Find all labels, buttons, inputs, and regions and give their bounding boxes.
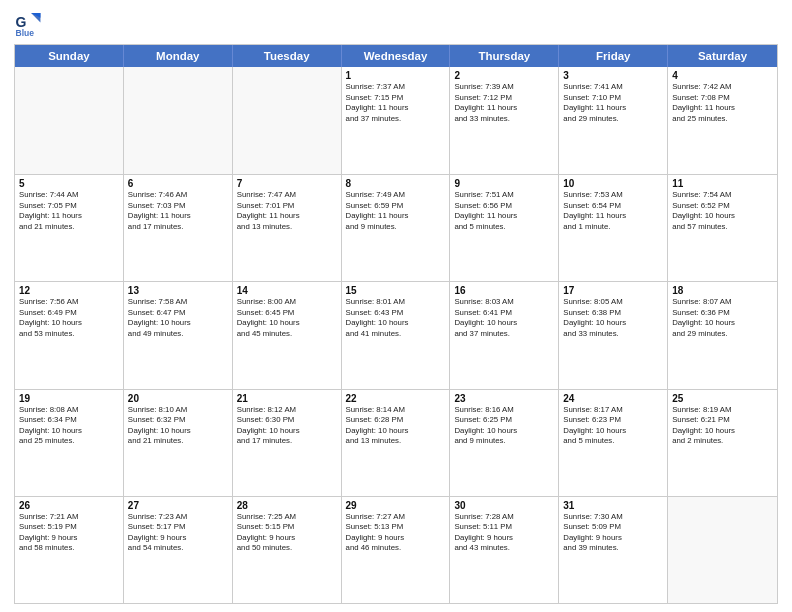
calendar-cell xyxy=(124,67,233,174)
day-number: 29 xyxy=(346,500,446,511)
calendar-body: 1Sunrise: 7:37 AMSunset: 7:15 PMDaylight… xyxy=(15,67,777,603)
day-number: 18 xyxy=(672,285,773,296)
day-number: 10 xyxy=(563,178,663,189)
day-number: 13 xyxy=(128,285,228,296)
calendar-cell: 27Sunrise: 7:23 AMSunset: 5:17 PMDayligh… xyxy=(124,497,233,603)
calendar-cell: 16Sunrise: 8:03 AMSunset: 6:41 PMDayligh… xyxy=(450,282,559,388)
calendar-cell: 6Sunrise: 7:46 AMSunset: 7:03 PMDaylight… xyxy=(124,175,233,281)
cell-info: Sunrise: 7:30 AMSunset: 5:09 PMDaylight:… xyxy=(563,512,663,554)
calendar-cell: 4Sunrise: 7:42 AMSunset: 7:08 PMDaylight… xyxy=(668,67,777,174)
calendar-cell: 25Sunrise: 8:19 AMSunset: 6:21 PMDayligh… xyxy=(668,390,777,496)
header-day-sunday: Sunday xyxy=(15,45,124,67)
calendar-cell xyxy=(15,67,124,174)
page: G Blue SundayMondayTuesdayWednesdayThurs… xyxy=(0,0,792,612)
calendar-cell xyxy=(668,497,777,603)
day-number: 26 xyxy=(19,500,119,511)
cell-info: Sunrise: 7:51 AMSunset: 6:56 PMDaylight:… xyxy=(454,190,554,232)
cell-info: Sunrise: 8:10 AMSunset: 6:32 PMDaylight:… xyxy=(128,405,228,447)
day-number: 3 xyxy=(563,70,663,81)
day-number: 21 xyxy=(237,393,337,404)
calendar-cell: 28Sunrise: 7:25 AMSunset: 5:15 PMDayligh… xyxy=(233,497,342,603)
calendar-row-3: 19Sunrise: 8:08 AMSunset: 6:34 PMDayligh… xyxy=(15,389,777,496)
day-number: 22 xyxy=(346,393,446,404)
svg-text:Blue: Blue xyxy=(16,28,35,38)
calendar-cell: 5Sunrise: 7:44 AMSunset: 7:05 PMDaylight… xyxy=(15,175,124,281)
calendar-cell: 22Sunrise: 8:14 AMSunset: 6:28 PMDayligh… xyxy=(342,390,451,496)
cell-info: Sunrise: 7:21 AMSunset: 5:19 PMDaylight:… xyxy=(19,512,119,554)
cell-info: Sunrise: 8:03 AMSunset: 6:41 PMDaylight:… xyxy=(454,297,554,339)
cell-info: Sunrise: 7:47 AMSunset: 7:01 PMDaylight:… xyxy=(237,190,337,232)
cell-info: Sunrise: 7:58 AMSunset: 6:47 PMDaylight:… xyxy=(128,297,228,339)
calendar-cell: 3Sunrise: 7:41 AMSunset: 7:10 PMDaylight… xyxy=(559,67,668,174)
day-number: 6 xyxy=(128,178,228,189)
day-number: 14 xyxy=(237,285,337,296)
cell-info: Sunrise: 7:53 AMSunset: 6:54 PMDaylight:… xyxy=(563,190,663,232)
cell-info: Sunrise: 7:25 AMSunset: 5:15 PMDaylight:… xyxy=(237,512,337,554)
day-number: 4 xyxy=(672,70,773,81)
cell-info: Sunrise: 7:56 AMSunset: 6:49 PMDaylight:… xyxy=(19,297,119,339)
cell-info: Sunrise: 7:27 AMSunset: 5:13 PMDaylight:… xyxy=(346,512,446,554)
day-number: 5 xyxy=(19,178,119,189)
header-day-tuesday: Tuesday xyxy=(233,45,342,67)
day-number: 11 xyxy=(672,178,773,189)
logo-icon: G Blue xyxy=(14,10,42,38)
calendar-cell: 14Sunrise: 8:00 AMSunset: 6:45 PMDayligh… xyxy=(233,282,342,388)
calendar-header: SundayMondayTuesdayWednesdayThursdayFrid… xyxy=(15,45,777,67)
cell-info: Sunrise: 7:37 AMSunset: 7:15 PMDaylight:… xyxy=(346,82,446,124)
header-day-saturday: Saturday xyxy=(668,45,777,67)
day-number: 19 xyxy=(19,393,119,404)
calendar-row-2: 12Sunrise: 7:56 AMSunset: 6:49 PMDayligh… xyxy=(15,281,777,388)
cell-info: Sunrise: 7:44 AMSunset: 7:05 PMDaylight:… xyxy=(19,190,119,232)
logo: G Blue xyxy=(14,10,46,38)
calendar-cell: 8Sunrise: 7:49 AMSunset: 6:59 PMDaylight… xyxy=(342,175,451,281)
day-number: 20 xyxy=(128,393,228,404)
cell-info: Sunrise: 8:01 AMSunset: 6:43 PMDaylight:… xyxy=(346,297,446,339)
day-number: 7 xyxy=(237,178,337,189)
calendar-cell: 17Sunrise: 8:05 AMSunset: 6:38 PMDayligh… xyxy=(559,282,668,388)
day-number: 23 xyxy=(454,393,554,404)
cell-info: Sunrise: 7:42 AMSunset: 7:08 PMDaylight:… xyxy=(672,82,773,124)
cell-info: Sunrise: 8:19 AMSunset: 6:21 PMDaylight:… xyxy=(672,405,773,447)
cell-info: Sunrise: 7:49 AMSunset: 6:59 PMDaylight:… xyxy=(346,190,446,232)
cell-info: Sunrise: 8:05 AMSunset: 6:38 PMDaylight:… xyxy=(563,297,663,339)
cell-info: Sunrise: 7:23 AMSunset: 5:17 PMDaylight:… xyxy=(128,512,228,554)
day-number: 16 xyxy=(454,285,554,296)
calendar-row-1: 5Sunrise: 7:44 AMSunset: 7:05 PMDaylight… xyxy=(15,174,777,281)
cell-info: Sunrise: 7:39 AMSunset: 7:12 PMDaylight:… xyxy=(454,82,554,124)
cell-info: Sunrise: 8:08 AMSunset: 6:34 PMDaylight:… xyxy=(19,405,119,447)
calendar-cell: 9Sunrise: 7:51 AMSunset: 6:56 PMDaylight… xyxy=(450,175,559,281)
cell-info: Sunrise: 8:16 AMSunset: 6:25 PMDaylight:… xyxy=(454,405,554,447)
cell-info: Sunrise: 8:14 AMSunset: 6:28 PMDaylight:… xyxy=(346,405,446,447)
calendar-cell: 13Sunrise: 7:58 AMSunset: 6:47 PMDayligh… xyxy=(124,282,233,388)
calendar-row-4: 26Sunrise: 7:21 AMSunset: 5:19 PMDayligh… xyxy=(15,496,777,603)
calendar-cell: 20Sunrise: 8:10 AMSunset: 6:32 PMDayligh… xyxy=(124,390,233,496)
calendar-cell: 15Sunrise: 8:01 AMSunset: 6:43 PMDayligh… xyxy=(342,282,451,388)
day-number: 8 xyxy=(346,178,446,189)
calendar-cell: 31Sunrise: 7:30 AMSunset: 5:09 PMDayligh… xyxy=(559,497,668,603)
calendar-cell: 10Sunrise: 7:53 AMSunset: 6:54 PMDayligh… xyxy=(559,175,668,281)
day-number: 25 xyxy=(672,393,773,404)
header-day-thursday: Thursday xyxy=(450,45,559,67)
day-number: 12 xyxy=(19,285,119,296)
cell-info: Sunrise: 7:28 AMSunset: 5:11 PMDaylight:… xyxy=(454,512,554,554)
cell-info: Sunrise: 8:07 AMSunset: 6:36 PMDaylight:… xyxy=(672,297,773,339)
cell-info: Sunrise: 8:17 AMSunset: 6:23 PMDaylight:… xyxy=(563,405,663,447)
day-number: 17 xyxy=(563,285,663,296)
day-number: 27 xyxy=(128,500,228,511)
day-number: 24 xyxy=(563,393,663,404)
calendar-cell: 23Sunrise: 8:16 AMSunset: 6:25 PMDayligh… xyxy=(450,390,559,496)
cell-info: Sunrise: 8:00 AMSunset: 6:45 PMDaylight:… xyxy=(237,297,337,339)
day-number: 1 xyxy=(346,70,446,81)
cell-info: Sunrise: 7:54 AMSunset: 6:52 PMDaylight:… xyxy=(672,190,773,232)
header-day-friday: Friday xyxy=(559,45,668,67)
calendar-cell: 30Sunrise: 7:28 AMSunset: 5:11 PMDayligh… xyxy=(450,497,559,603)
calendar-cell: 19Sunrise: 8:08 AMSunset: 6:34 PMDayligh… xyxy=(15,390,124,496)
header-day-monday: Monday xyxy=(124,45,233,67)
header: G Blue xyxy=(14,10,778,38)
calendar-cell: 2Sunrise: 7:39 AMSunset: 7:12 PMDaylight… xyxy=(450,67,559,174)
calendar-row-0: 1Sunrise: 7:37 AMSunset: 7:15 PMDaylight… xyxy=(15,67,777,174)
day-number: 9 xyxy=(454,178,554,189)
day-number: 28 xyxy=(237,500,337,511)
calendar-cell: 18Sunrise: 8:07 AMSunset: 6:36 PMDayligh… xyxy=(668,282,777,388)
calendar-cell xyxy=(233,67,342,174)
